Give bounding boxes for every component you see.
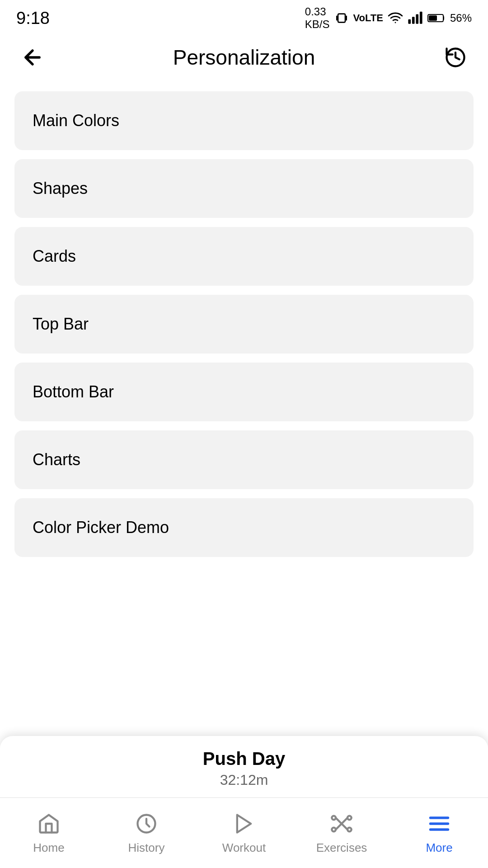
more-icon: [427, 811, 452, 836]
app-bar: Personalization: [0, 33, 488, 82]
svg-point-11: [347, 816, 352, 820]
status-time: 9:18: [16, 9, 50, 28]
nav-label-history: History: [128, 841, 165, 855]
menu-item-label-top-bar: Top Bar: [33, 315, 89, 334]
menu-item-shapes[interactable]: Shapes: [14, 159, 474, 218]
nav-item-home[interactable]: Home: [0, 804, 98, 862]
svg-rect-3: [420, 12, 422, 24]
nav-item-history[interactable]: History: [98, 804, 195, 862]
menu-item-label-charts: Charts: [33, 450, 80, 469]
nav-label-more: More: [426, 841, 452, 855]
nav-item-workout[interactable]: Workout: [195, 804, 293, 862]
lte-icon: VoLTE: [353, 12, 383, 24]
svg-rect-5: [429, 15, 437, 21]
back-button[interactable]: [16, 41, 49, 74]
menu-item-top-bar[interactable]: Top Bar: [14, 295, 474, 354]
menu-item-label-cards: Cards: [33, 247, 76, 266]
menu-item-label-color-picker-demo: Color Picker Demo: [33, 518, 169, 537]
nav-label-home: Home: [33, 841, 64, 855]
history-icon-button[interactable]: [439, 41, 472, 74]
history-nav-icon: [134, 811, 159, 836]
signal-icon: [408, 10, 423, 26]
page-title: Personalization: [173, 45, 315, 70]
menu-item-label-main-colors: Main Colors: [33, 111, 119, 130]
nav-item-exercises[interactable]: Exercises: [293, 804, 390, 862]
svg-point-10: [332, 816, 336, 820]
menu-item-label-bottom-bar: Bottom Bar: [33, 382, 114, 401]
svg-point-13: [347, 828, 352, 832]
nav-label-workout: Workout: [222, 841, 266, 855]
menu-item-bottom-bar[interactable]: Bottom Bar: [14, 363, 474, 421]
svg-rect-2: [416, 14, 418, 24]
workout-icon: [231, 811, 257, 836]
svg-point-12: [332, 828, 336, 832]
home-icon: [36, 811, 61, 836]
battery-icon: [427, 12, 446, 24]
svg-marker-7: [237, 815, 251, 833]
status-icons: 0.33KB/S VoLTE 56%: [305, 5, 472, 31]
menu-item-cards[interactable]: Cards: [14, 227, 474, 286]
menu-item-charts[interactable]: Charts: [14, 430, 474, 489]
active-workout-banner[interactable]: Push Day 32:12m: [0, 736, 488, 797]
workout-time: 32:12m: [0, 772, 488, 788]
menu-item-main-colors[interactable]: Main Colors: [14, 91, 474, 150]
bottom-nav: Home History Workout: [0, 797, 488, 868]
exercises-icon: [329, 811, 354, 836]
status-speed: 0.33KB/S: [305, 5, 330, 31]
menu-item-color-picker-demo[interactable]: Color Picker Demo: [14, 498, 474, 557]
wifi-icon: [388, 10, 403, 26]
vibrate-icon: [334, 11, 349, 25]
menu-item-label-shapes: Shapes: [33, 179, 88, 198]
workout-title: Push Day: [0, 749, 488, 769]
nav-label-exercises: Exercises: [316, 841, 367, 855]
nav-item-more[interactable]: More: [390, 804, 488, 862]
svg-rect-0: [408, 19, 411, 24]
status-bar: 9:18 0.33KB/S VoLTE 56%: [0, 0, 488, 33]
battery-percent: 56%: [450, 12, 472, 24]
svg-rect-1: [412, 17, 415, 24]
